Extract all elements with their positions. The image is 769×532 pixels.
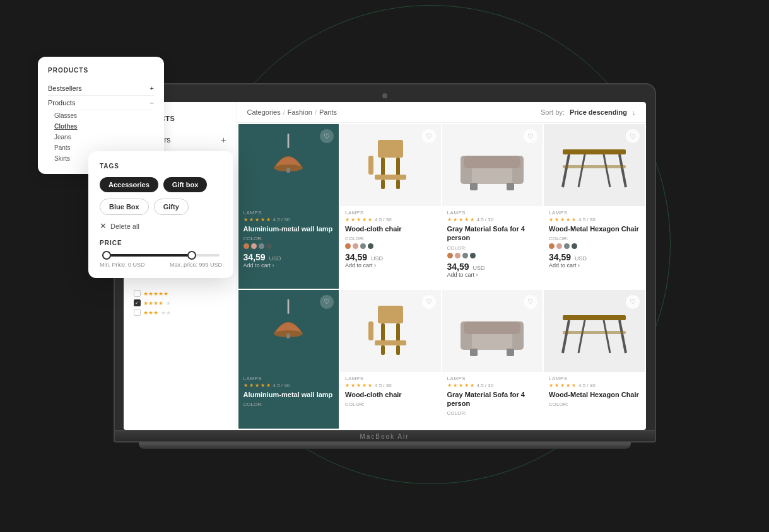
svg-rect-15 bbox=[507, 183, 514, 190]
product-card-4[interactable]: ♡ bbox=[544, 124, 645, 289]
sort-label: Sort by: bbox=[541, 108, 565, 116]
svg-rect-7 bbox=[381, 180, 385, 189]
product-name-6: Wood-cloth chair bbox=[345, 390, 436, 399]
add-to-cart-4[interactable]: Add to cart › bbox=[549, 262, 640, 269]
product-info-1: LAMPS ★★★★★ 4.5 / 30 Aluminium-metal wal… bbox=[238, 206, 339, 274]
main-content: Categories / Fashion / Pants Sort by: Pr… bbox=[237, 102, 646, 430]
product-info-5: LAMPS ★★★★★ 4.5 / 30 Aluminium-metal wal… bbox=[238, 372, 339, 414]
wishlist-7[interactable]: ♡ bbox=[524, 295, 537, 309]
tag-gifty[interactable]: Gifty bbox=[154, 199, 189, 215]
product-info-2: LAMPS ★★★★★ 4.5 / 30 Wood-cloth chair CO… bbox=[340, 206, 441, 274]
add-to-cart-3[interactable]: Add to cart › bbox=[447, 272, 538, 278]
panel-sub-clothes[interactable]: Clothes bbox=[54, 121, 154, 132]
rating-rows: ★★★★★ ✓ ★★★★★ ★★★★★ bbox=[134, 290, 226, 316]
panel-products[interactable]: Products − bbox=[48, 96, 154, 110]
svg-rect-25 bbox=[378, 306, 403, 323]
wishlist-5[interactable]: ♡ bbox=[320, 295, 334, 309]
svg-rect-38 bbox=[563, 315, 626, 320]
product-card-3[interactable]: ♡ bbox=[442, 124, 543, 289]
chair-svg-2 bbox=[362, 134, 419, 197]
tag-giftbox[interactable]: Gift box bbox=[163, 177, 208, 192]
wishlist-2[interactable]: ♡ bbox=[422, 129, 436, 143]
sofa-svg-3 bbox=[457, 137, 527, 194]
svg-rect-2 bbox=[287, 168, 290, 173]
delete-all-label: Delete all bbox=[110, 223, 139, 230]
product-category-1: LAMPS bbox=[244, 210, 334, 216]
tags-row-outline: Blue Box Gifty bbox=[100, 199, 222, 215]
svg-line-42 bbox=[604, 320, 610, 353]
color-dots-2 bbox=[345, 243, 436, 249]
product-info-7: LAMPS ★★★★★ 4.5 / 30 Gray Material Sofa … bbox=[442, 372, 543, 424]
laptop-base: MacBook Air bbox=[114, 431, 656, 442]
product-card-7[interactable]: ♡ bbox=[442, 290, 543, 429]
wishlist-6[interactable]: ♡ bbox=[422, 295, 436, 309]
svg-line-40 bbox=[619, 320, 626, 353]
svg-line-17 bbox=[563, 154, 569, 187]
color-dots-4 bbox=[549, 243, 640, 249]
svg-rect-6 bbox=[375, 175, 406, 180]
product-img-5: ♡ bbox=[238, 290, 339, 372]
price-thumb-min[interactable] bbox=[102, 251, 111, 260]
rating-row-3[interactable]: ★★★★★ bbox=[134, 309, 226, 316]
stars-3: ★★★ bbox=[143, 309, 158, 316]
wishlist-4[interactable]: ♡ bbox=[626, 129, 640, 143]
tag-accessories[interactable]: Accessories bbox=[100, 177, 158, 192]
delete-all-btn[interactable]: ✕ Delete all bbox=[100, 221, 222, 231]
lamp-svg-1 bbox=[263, 134, 314, 197]
product-card-5[interactable]: ♡ LAMPS bbox=[238, 290, 339, 429]
product-name-7: Gray Material Sofa for 4 person bbox=[447, 390, 538, 408]
price-title: PRICE bbox=[100, 240, 222, 246]
panel-bestsellers[interactable]: Bestsellers + bbox=[48, 81, 154, 96]
product-price-4: 34,59 USD bbox=[549, 252, 640, 262]
stars-5: ★★★★★ bbox=[143, 291, 168, 297]
wishlist-3[interactable]: ♡ bbox=[524, 129, 537, 143]
svg-rect-26 bbox=[381, 323, 385, 342]
svg-line-18 bbox=[619, 154, 626, 187]
product-info-4: LAMPS ★★★★★ 4.5 / 30 Wood-Metal Hexagon … bbox=[544, 206, 645, 274]
product-card-2[interactable]: ♡ bbox=[340, 124, 441, 289]
chair-svg-6 bbox=[362, 299, 419, 362]
product-name-4: Wood-Metal Hexagon Chair bbox=[549, 224, 640, 233]
price-min-label: Min. Price: 0 USD bbox=[100, 262, 145, 268]
panel-sub-glasses[interactable]: Glasses bbox=[54, 110, 154, 121]
product-info-8: LAMPS ★★★★★ 4.5 / 30 Wood-Metal Hexagon … bbox=[544, 372, 645, 414]
product-img-8: ♡ bbox=[544, 290, 645, 372]
svg-line-41 bbox=[578, 320, 585, 353]
panel-sub-jeans[interactable]: Jeans bbox=[54, 132, 154, 142]
stars-row-7: ★★★★★ 4.5 / 30 bbox=[447, 383, 538, 388]
wishlist-8[interactable]: ♡ bbox=[626, 295, 640, 309]
wishlist-1[interactable]: ♡ bbox=[320, 129, 334, 143]
rating-row-4[interactable]: ✓ ★★★★★ bbox=[134, 299, 226, 306]
svg-rect-37 bbox=[507, 349, 514, 356]
product-name-2: Wood-cloth chair bbox=[345, 224, 436, 233]
svg-rect-27 bbox=[396, 323, 400, 342]
breadcrumb-categories[interactable]: Categories bbox=[247, 108, 281, 116]
checkbox-5star bbox=[134, 290, 141, 297]
add-to-cart-1[interactable]: Add to cart › bbox=[244, 262, 334, 269]
product-card-1[interactable]: ♡ LAMPS bbox=[238, 124, 339, 289]
sort-icon[interactable]: ↓ bbox=[632, 108, 636, 116]
svg-rect-3 bbox=[378, 140, 403, 158]
price-thumb-max[interactable] bbox=[187, 251, 196, 260]
product-card-6[interactable]: ♡ bbox=[340, 290, 441, 429]
product-category-4: LAMPS bbox=[549, 210, 640, 216]
product-name-1: Aluminium-metal wall lamp bbox=[244, 224, 334, 233]
svg-rect-35 bbox=[464, 321, 520, 334]
product-price-3: 34,59 USD bbox=[447, 262, 538, 272]
top-bar: Categories / Fashion / Pants Sort by: Pr… bbox=[237, 102, 646, 123]
breadcrumb-pants[interactable]: Pants bbox=[319, 108, 337, 116]
color-label-2: COLOR: bbox=[345, 236, 436, 241]
filter-panel: TAGS Accessories Gift box Blue Box Gifty… bbox=[88, 151, 233, 278]
tag-bluebox[interactable]: Blue Box bbox=[100, 199, 149, 215]
product-info-6: LAMPS ★★★★★ 4.5 / 30 Wood-cloth chair CO… bbox=[340, 372, 441, 414]
price-slider[interactable] bbox=[102, 254, 220, 257]
product-img-6: ♡ bbox=[340, 290, 441, 372]
breadcrumb-fashion[interactable]: Fashion bbox=[288, 108, 312, 116]
product-img-7: ♡ bbox=[442, 290, 543, 372]
sort-value[interactable]: Price descending bbox=[570, 108, 627, 116]
add-to-cart-2[interactable]: Add to cart › bbox=[345, 262, 436, 269]
table-svg-8 bbox=[560, 303, 629, 359]
product-card-8[interactable]: ♡ bbox=[544, 290, 645, 429]
rating-row-5[interactable]: ★★★★★ bbox=[134, 290, 226, 297]
svg-rect-16 bbox=[563, 149, 626, 154]
